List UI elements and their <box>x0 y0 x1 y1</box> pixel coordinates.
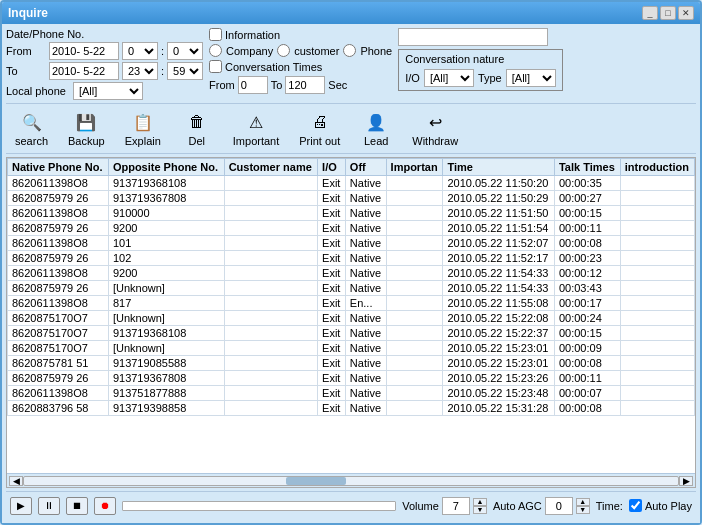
table-cell: 913719368108 <box>108 326 224 341</box>
table-row[interactable]: 8620875170O7[Unknown]ExitNative2010.05.2… <box>8 341 695 356</box>
colon1: : <box>161 45 164 57</box>
auto-play-section: Auto Play <box>629 499 692 512</box>
agc-section: Auto AGC ▲ ▼ <box>493 497 590 515</box>
pause-button[interactable]: ⏸ <box>38 497 60 515</box>
table-row[interactable]: 8620875781 51913719085588ExitNative2010.… <box>8 356 695 371</box>
to-date-input[interactable] <box>49 62 119 80</box>
minimize-button[interactable]: _ <box>642 6 658 20</box>
explain-button[interactable]: 📋 Explain <box>116 106 170 151</box>
table-scroll[interactable]: Native Phone No. Opposite Phone No. Cust… <box>7 158 695 473</box>
record-button[interactable]: ⏺ <box>94 497 116 515</box>
table-row[interactable]: 8620875979 26[Unknown]ExitNative2010.05.… <box>8 281 695 296</box>
to-hour-select[interactable]: 23 <box>122 62 158 80</box>
title-bar-buttons: _ □ ✕ <box>642 6 694 20</box>
table-cell <box>620 356 694 371</box>
table-cell: Exit <box>318 356 346 371</box>
table-row[interactable]: 8620611398O8913719368108ExitNative2010.0… <box>8 176 695 191</box>
table-row[interactable]: 8620611398O8817ExitEn...2010.05.22 11:55… <box>8 296 695 311</box>
table-cell <box>224 236 317 251</box>
volume-down-arrow[interactable]: ▼ <box>473 506 487 514</box>
play-button[interactable]: ▶ <box>10 497 32 515</box>
from-hour-select[interactable]: 0 <box>122 42 158 60</box>
del-button[interactable]: 🗑 Del <box>172 106 222 151</box>
maximize-button[interactable]: □ <box>660 6 676 20</box>
table-row[interactable]: 8620611398O8101ExitNative2010.05.22 11:5… <box>8 236 695 251</box>
toolbar: 🔍 search 💾 Backup 📋 Explain 🗑 Del ⚠ Impo… <box>6 103 696 154</box>
table-cell: 00:00:11 <box>554 221 620 236</box>
information-checkbox[interactable] <box>209 28 222 41</box>
table-row[interactable]: 8620875979 26913719367808ExitNative2010.… <box>8 191 695 206</box>
table-cell: 00:00:08 <box>554 236 620 251</box>
sec-label: Sec <box>328 79 347 91</box>
important-button[interactable]: ⚠ Important <box>224 106 288 151</box>
table-cell: 8620875170O7 <box>8 326 109 341</box>
type-select[interactable]: [All] <box>506 69 556 87</box>
from-min-select[interactable]: 0 <box>167 42 203 60</box>
table-cell <box>386 386 443 401</box>
col-time: Time <box>443 159 555 176</box>
table-cell <box>386 206 443 221</box>
printout-button[interactable]: 🖨 Print out <box>290 106 349 151</box>
window-title: Inquire <box>8 6 48 20</box>
table-row[interactable]: 8620875979 269200ExitNative2010.05.22 11… <box>8 221 695 236</box>
table-cell: 8620875979 26 <box>8 221 109 236</box>
lead-button[interactable]: 👤 Lead <box>351 106 401 151</box>
col-opposite-phone: Opposite Phone No. <box>108 159 224 176</box>
company-radio[interactable] <box>209 44 222 57</box>
close-button[interactable]: ✕ <box>678 6 694 20</box>
table-cell <box>224 341 317 356</box>
scroll-right-button[interactable]: ▶ <box>679 476 693 486</box>
customer-radio[interactable] <box>277 44 290 57</box>
table-cell: [Unknown] <box>108 311 224 326</box>
conv-from-input[interactable] <box>238 76 268 94</box>
to-min-select[interactable]: 59 <box>167 62 203 80</box>
table-cell <box>620 266 694 281</box>
table-row[interactable]: 8620875170O7[Unknown]ExitNative2010.05.2… <box>8 311 695 326</box>
table-row[interactable]: 8620875979 26913719367808ExitNative2010.… <box>8 371 695 386</box>
table-cell: 913751877888 <box>108 386 224 401</box>
table-row[interactable]: 8620611398O89200ExitNative2010.05.22 11:… <box>8 266 695 281</box>
auto-play-checkbox[interactable] <box>629 499 642 512</box>
data-table: Native Phone No. Opposite Phone No. Cust… <box>7 158 695 416</box>
filter-middle: Information Company customer Phone Conve… <box>209 28 392 94</box>
volume-input[interactable] <box>442 497 470 515</box>
filter-section: Date/Phone No. From 0 : 0 To <box>6 28 696 100</box>
backup-button[interactable]: 💾 Backup <box>59 106 114 151</box>
table-cell <box>620 401 694 416</box>
important-label: Important <box>233 135 279 147</box>
scroll-track[interactable] <box>23 476 679 486</box>
conv-to-input[interactable] <box>285 76 325 94</box>
table-row[interactable]: 8620875979 26102ExitNative2010.05.22 11:… <box>8 251 695 266</box>
volume-up-arrow[interactable]: ▲ <box>473 498 487 506</box>
agc-down-arrow[interactable]: ▼ <box>576 506 590 514</box>
local-phone-select[interactable]: [All] <box>73 82 143 100</box>
table-cell: Exit <box>318 251 346 266</box>
table-cell: 8620875979 26 <box>8 191 109 206</box>
withdraw-button[interactable]: ↩ Withdraw <box>403 106 467 151</box>
table-cell: 8620611398O8 <box>8 296 109 311</box>
horizontal-scrollbar[interactable]: ◀ ▶ <box>7 473 695 487</box>
from-date-input[interactable] <box>49 42 119 60</box>
conv-times-checkbox[interactable] <box>209 60 222 73</box>
agc-input[interactable] <box>545 497 573 515</box>
io-select[interactable]: [All] <box>424 69 474 87</box>
table-row[interactable]: 8620611398O8910000ExitNative2010.05.22 1… <box>8 206 695 221</box>
table-row[interactable]: 8620883796 58913719398858ExitNative2010.… <box>8 401 695 416</box>
table-row[interactable]: 8620875170O7913719368108ExitNative2010.0… <box>8 326 695 341</box>
agc-up-arrow[interactable]: ▲ <box>576 498 590 506</box>
table-cell: 8620611398O8 <box>8 236 109 251</box>
table-cell: Native <box>345 371 386 386</box>
search-button[interactable]: 🔍 search <box>6 106 57 151</box>
table-cell: Exit <box>318 371 346 386</box>
table-cell <box>386 281 443 296</box>
table-cell <box>620 341 694 356</box>
scroll-left-button[interactable]: ◀ <box>9 476 23 486</box>
stop-button[interactable]: ⏹ <box>66 497 88 515</box>
table-row[interactable]: 8620611398O8913751877888ExitNative2010.0… <box>8 386 695 401</box>
info-text-input[interactable] <box>398 28 548 46</box>
phone-radio[interactable] <box>343 44 356 57</box>
io-row: I/O [All] Type [All] <box>405 69 556 87</box>
table-cell <box>620 176 694 191</box>
table-cell <box>620 371 694 386</box>
progress-bar[interactable] <box>122 501 396 511</box>
